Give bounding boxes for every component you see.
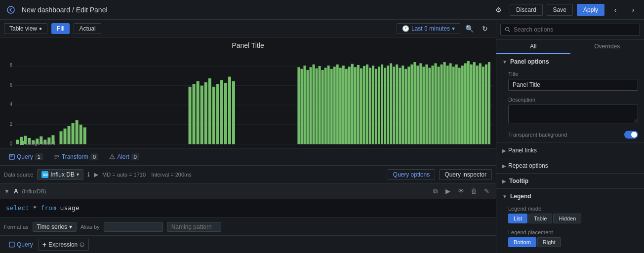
svg-rect-96 xyxy=(464,63,467,144)
delete-query-button[interactable]: 🗑 xyxy=(468,186,479,197)
table-view-button[interactable]: Table view ● xyxy=(4,23,47,34)
tooltip-header[interactable]: ▶ Tooltip xyxy=(496,174,644,188)
legend-placement-right[interactable]: Right xyxy=(537,237,561,247)
query-options-button[interactable]: Query options xyxy=(388,169,436,180)
svg-rect-43 xyxy=(306,70,309,144)
settings-button[interactable]: ⚙ xyxy=(492,3,506,17)
expression-icon: + xyxy=(42,241,46,249)
svg-text:0: 0 xyxy=(10,141,12,146)
svg-rect-103 xyxy=(485,65,487,145)
eye-button[interactable]: 👁 xyxy=(455,186,466,197)
query-inspector-button[interactable]: Query inspector xyxy=(439,169,492,180)
zoom-out-button[interactable]: 🔍 xyxy=(462,22,476,36)
legend-mode-hidden[interactable]: Hidden xyxy=(553,214,581,223)
chart-svg-container: 0 2 4 6 8 xyxy=(0,53,496,148)
tab-alert[interactable]: Alert 0 xyxy=(104,151,144,162)
panel-links-section[interactable]: ▶ Panel links xyxy=(496,143,644,158)
svg-rect-51 xyxy=(330,69,333,145)
svg-point-119 xyxy=(112,158,113,159)
svg-rect-26 xyxy=(80,125,82,145)
transform-icon xyxy=(54,154,60,160)
fill-button[interactable]: Fill xyxy=(51,23,70,34)
svg-rect-27 xyxy=(83,127,86,144)
edit-query-button[interactable]: ✎ xyxy=(481,186,492,197)
legend-placement-bottom[interactable]: Bottom xyxy=(508,237,536,247)
svg-rect-57 xyxy=(348,67,351,144)
tooltip-chevron-icon: ▶ xyxy=(502,179,506,184)
panel-options-header[interactable]: ▼ Panel options xyxy=(496,54,644,69)
query-footer: Format as Time series ▾ Alias by xyxy=(0,217,496,235)
time-series-button[interactable]: 🕐 Last 5 minutes ▾ xyxy=(397,23,460,34)
svg-rect-80 xyxy=(416,66,419,144)
svg-text:i: i xyxy=(81,244,82,247)
query-icon xyxy=(9,154,15,160)
alias-input[interactable] xyxy=(104,222,163,232)
copy-query-button[interactable]: ⧉ xyxy=(430,186,441,197)
chevron-left-icon[interactable]: ‹ xyxy=(608,3,622,17)
tab-query[interactable]: Query 1 xyxy=(4,151,48,162)
tab-alert-label: Alert xyxy=(117,153,129,160)
svg-text:4: 4 xyxy=(10,102,13,108)
back-button[interactable] xyxy=(4,3,18,17)
apply-button[interactable]: Apply xyxy=(577,4,604,16)
interval-info: Interval = 200ms xyxy=(151,172,192,178)
datasource-value: Influx DB xyxy=(50,171,75,178)
svg-rect-85 xyxy=(431,66,434,144)
description-row: Description xyxy=(496,95,644,129)
svg-line-126 xyxy=(509,31,510,32)
svg-rect-100 xyxy=(476,66,479,144)
repeat-options-section[interactable]: ▶ Repeat options xyxy=(496,158,644,174)
svg-rect-79 xyxy=(413,62,416,144)
add-query-button[interactable]: Query xyxy=(4,239,38,250)
legend-values-row: Legend values Select values to show in l… xyxy=(496,251,644,253)
svg-rect-61 xyxy=(360,69,362,145)
discard-button[interactable]: Discard xyxy=(510,4,543,16)
legend-mode-list[interactable]: List xyxy=(508,214,527,223)
transparent-bg-toggle[interactable] xyxy=(624,131,638,139)
legend-section: ▼ Legend Legend mode List Table Hidden L… xyxy=(496,189,644,253)
svg-text:2: 2 xyxy=(10,121,12,127)
svg-rect-72 xyxy=(393,67,395,144)
svg-rect-98 xyxy=(470,65,473,145)
format-select[interactable]: Time series ▾ xyxy=(33,222,77,232)
svg-text:14:00:30: 14:00:30 xyxy=(411,146,427,148)
legend-mode-table[interactable]: Table xyxy=(528,214,552,223)
actual-button[interactable]: Actual xyxy=(74,23,101,34)
clock-icon: 🕐 xyxy=(402,25,409,32)
tab-transform[interactable]: Transform 0 xyxy=(49,151,103,162)
title-input[interactable] xyxy=(508,79,638,91)
naming-input[interactable] xyxy=(167,222,221,232)
chevron-right-icon[interactable]: › xyxy=(626,3,640,17)
tab-overrides[interactable]: Overrides xyxy=(570,40,644,54)
query-tabs: Query 1 Transform 0 Alert 0 xyxy=(0,148,496,166)
save-button[interactable]: Save xyxy=(547,4,573,16)
query-editor: ▼ A (InfluxDB) ⧉ ▶ 👁 🗑 ✎ select * from u… xyxy=(0,183,496,217)
svg-rect-41 xyxy=(300,69,303,145)
svg-rect-64 xyxy=(369,68,371,144)
format-value: Time series xyxy=(37,223,68,230)
right-panel: All Overrides ▼ Panel options Title Desc… xyxy=(496,20,644,253)
top-bar-left: New dashboard / Edit Panel xyxy=(4,3,488,17)
svg-rect-48 xyxy=(322,70,324,144)
search-input[interactable] xyxy=(514,26,636,33)
expression-button[interactable]: + Expression i xyxy=(38,239,89,251)
alert-icon xyxy=(109,154,115,160)
datasource-select[interactable]: iDB Influx DB ▾ xyxy=(37,169,83,180)
legend-header[interactable]: ▼ Legend xyxy=(496,189,644,204)
collapse-icon[interactable]: ▼ xyxy=(4,188,10,195)
description-input[interactable] xyxy=(508,105,638,123)
svg-rect-92 xyxy=(452,67,455,144)
run-query-button[interactable]: ▶ xyxy=(443,186,453,197)
search-input-container xyxy=(500,24,640,36)
svg-rect-67 xyxy=(378,67,380,144)
tab-all[interactable]: All xyxy=(496,40,570,54)
svg-rect-38 xyxy=(228,76,231,144)
svg-rect-21 xyxy=(59,131,62,144)
top-bar-right: ⚙ Discard Save Apply ‹ › xyxy=(492,3,640,17)
svg-rect-95 xyxy=(461,66,464,144)
query-expand-icon[interactable]: ▶ xyxy=(94,171,98,178)
refresh-button[interactable]: ↻ xyxy=(478,22,492,36)
svg-rect-29 xyxy=(193,84,196,144)
query-info: MD = auto = 1710 Interval = 200ms xyxy=(102,172,384,178)
svg-rect-24 xyxy=(72,123,75,144)
